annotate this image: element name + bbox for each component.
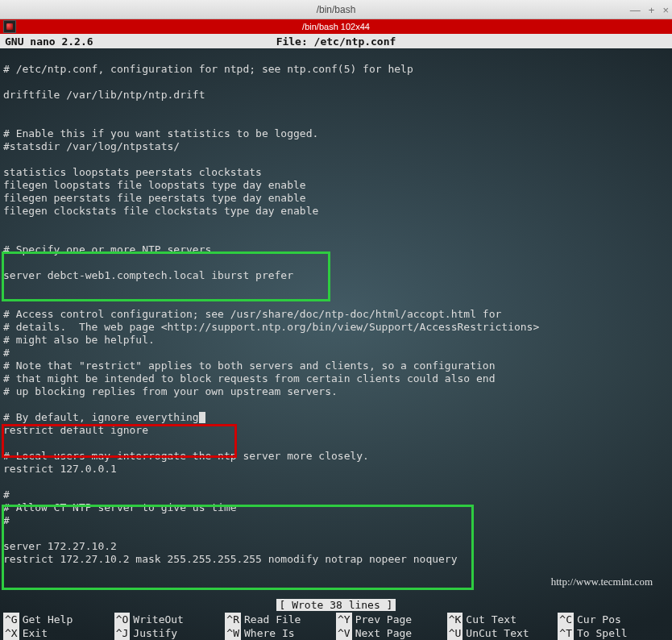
file-line[interactable]: # bbox=[3, 514, 669, 527]
nano-header: GNU nano 2.2.6 File: /etc/ntp.conf bbox=[0, 34, 672, 48]
file-line[interactable] bbox=[3, 153, 669, 166]
nano-shortcut-bar: ^G Get Help^O WriteOut^R Read File^Y Pre… bbox=[0, 613, 672, 640]
editor-content[interactable]: # /etc/ntp.conf, configuration for ntpd;… bbox=[0, 48, 672, 567]
shortcut-prev-page[interactable]: ^Y Prev Page bbox=[336, 613, 447, 626]
shortcut-label: Cur Pos bbox=[577, 613, 621, 626]
shortcut-label: Cut Text bbox=[466, 613, 516, 626]
shortcut-key: ^O bbox=[114, 613, 131, 626]
shortcut-cur-pos[interactable]: ^C Cur Pos bbox=[558, 613, 669, 626]
shortcut-cut-text[interactable]: ^K Cut Text bbox=[447, 613, 558, 626]
shortcut-key: ^R bbox=[225, 613, 241, 626]
shortcut-get-help[interactable]: ^G Get Help bbox=[3, 613, 114, 626]
shortcut-label: Where Is bbox=[244, 626, 295, 640]
tab-bar: /bin/bash 102x44 bbox=[0, 19, 672, 34]
close-button[interactable]: × bbox=[662, 4, 669, 16]
file-line[interactable]: # that might be intended to block reques… bbox=[3, 372, 669, 385]
nano-file-label: File: /etc/ntp.conf bbox=[276, 35, 396, 48]
shortcut-label: Get Help bbox=[23, 613, 73, 626]
shortcut-read-file[interactable]: ^R Read File bbox=[225, 613, 336, 626]
file-line[interactable]: filegen peerstats file peerstats type da… bbox=[3, 192, 669, 205]
file-line[interactable] bbox=[3, 256, 669, 269]
shortcut-key: ^C bbox=[558, 613, 574, 626]
window-controls: — + × bbox=[630, 0, 669, 19]
file-line[interactable] bbox=[3, 282, 669, 295]
shortcut-label: Justify bbox=[133, 626, 177, 640]
file-line[interactable] bbox=[3, 231, 669, 243]
file-line[interactable]: filegen loopstats file loopstats type da… bbox=[3, 179, 669, 192]
shortcut-key: ^V bbox=[336, 626, 352, 640]
shortcut-key: ^J bbox=[114, 626, 131, 640]
terminal-window: /bin/bash — + × /bin/bash 102x44 GNU nan… bbox=[0, 0, 672, 640]
shortcut-key: ^U bbox=[447, 626, 463, 640]
file-line[interactable]: #statsdir /var/log/ntpstats/ bbox=[3, 140, 669, 153]
shortcut-key: ^T bbox=[558, 626, 574, 640]
minimize-button[interactable]: — bbox=[630, 4, 641, 16]
file-line[interactable]: # Specify one or more NTP servers. bbox=[3, 243, 669, 256]
file-line[interactable]: # up blocking replies from your own upst… bbox=[3, 385, 669, 398]
shortcut-row-2: ^X Exit^J Justify^W Where Is^V Next Page… bbox=[3, 626, 669, 640]
shortcut-key: ^X bbox=[3, 626, 19, 640]
shortcut-writeout[interactable]: ^O WriteOut bbox=[114, 613, 226, 626]
shortcut-exit[interactable]: ^X Exit bbox=[3, 626, 114, 640]
file-line[interactable]: # Access control configuration; see /usr… bbox=[3, 308, 669, 321]
file-line[interactable] bbox=[3, 102, 669, 114]
file-line[interactable] bbox=[3, 76, 669, 89]
file-line[interactable]: # Note that "restrict" applies to both s… bbox=[3, 359, 669, 372]
file-line[interactable]: # bbox=[3, 488, 669, 501]
file-line[interactable]: # might also be helpful. bbox=[3, 334, 669, 347]
shortcut-label: To Spell bbox=[577, 626, 628, 640]
file-line[interactable] bbox=[3, 476, 669, 488]
file-line[interactable]: # Allow CT NTP server to give us time bbox=[3, 501, 669, 514]
shortcut-label: UnCut Text bbox=[466, 626, 529, 640]
file-line[interactable] bbox=[3, 295, 669, 308]
shortcut-key: ^W bbox=[225, 626, 241, 640]
shortcut-key: ^K bbox=[447, 613, 463, 626]
shortcut-label: Exit bbox=[23, 626, 48, 640]
shortcut-to-spell[interactable]: ^T To Spell bbox=[558, 626, 669, 640]
file-line[interactable]: statistics loopstats peerstats clockstat… bbox=[3, 166, 669, 179]
nano-status-bar: [ Wrote 38 lines ] bbox=[0, 599, 672, 611]
window-titlebar[interactable]: /bin/bash — + × bbox=[0, 0, 672, 19]
shortcut-label: Next Page bbox=[355, 626, 412, 640]
nano-version: GNU nano 2.2.6 bbox=[5, 35, 93, 48]
file-line[interactable]: # By default, ignore everything bbox=[3, 411, 669, 424]
file-line[interactable] bbox=[3, 114, 669, 127]
file-line[interactable]: driftfile /var/lib/ntp/ntp.drift bbox=[3, 89, 669, 102]
shortcut-row-1: ^G Get Help^O WriteOut^R Read File^Y Pre… bbox=[3, 613, 669, 626]
maximize-button[interactable]: + bbox=[649, 4, 655, 16]
terminal-icon bbox=[3, 20, 16, 33]
watermark-tecmint: http://www.tecmint.com bbox=[551, 576, 653, 588]
file-line[interactable]: # bbox=[3, 347, 669, 359]
shortcut-key: ^G bbox=[3, 613, 19, 626]
file-line[interactable] bbox=[3, 398, 669, 411]
shortcut-label: WriteOut bbox=[133, 613, 184, 626]
shortcut-justify[interactable]: ^J Justify bbox=[114, 626, 226, 640]
text-cursor bbox=[199, 412, 205, 423]
file-line[interactable]: # Local users may interrogate the ntp se… bbox=[3, 450, 669, 463]
terminal-body[interactable]: # /etc/ntp.conf, configuration for ntpd;… bbox=[0, 48, 672, 640]
shortcut-key: ^Y bbox=[336, 613, 352, 626]
file-line[interactable]: # /etc/ntp.conf, configuration for ntpd;… bbox=[3, 63, 669, 76]
file-line[interactable]: restrict 127.0.0.1 bbox=[3, 463, 669, 476]
file-line[interactable]: restrict 172.27.10.2 mask 255.255.255.25… bbox=[3, 553, 669, 566]
tab-title[interactable]: /bin/bash 102x44 bbox=[302, 22, 370, 31]
file-line[interactable] bbox=[3, 437, 669, 450]
shortcut-where-is[interactable]: ^W Where Is bbox=[225, 626, 336, 640]
shortcut-label: Read File bbox=[244, 613, 301, 626]
file-line[interactable] bbox=[3, 50, 669, 63]
shortcut-next-page[interactable]: ^V Next Page bbox=[336, 626, 447, 640]
file-line[interactable]: server debct-web1.comptech.local iburst … bbox=[3, 269, 669, 282]
window-title: /bin/bash bbox=[317, 4, 356, 15]
file-line[interactable] bbox=[3, 218, 669, 231]
file-line[interactable]: server 172.27.10.2 bbox=[3, 540, 669, 553]
nano-status-text: [ Wrote 38 lines ] bbox=[276, 599, 396, 611]
shortcut-uncut-text[interactable]: ^U UnCut Text bbox=[447, 626, 558, 640]
shortcut-label: Prev Page bbox=[355, 613, 412, 626]
file-line[interactable]: restrict default ignore bbox=[3, 424, 669, 437]
file-line[interactable] bbox=[3, 527, 669, 540]
file-line[interactable]: filegen clockstats file clockstats type … bbox=[3, 205, 669, 218]
file-line[interactable]: # details. The web page <http://support.… bbox=[3, 321, 669, 334]
file-line[interactable]: # Enable this if you want statistics to … bbox=[3, 127, 669, 140]
